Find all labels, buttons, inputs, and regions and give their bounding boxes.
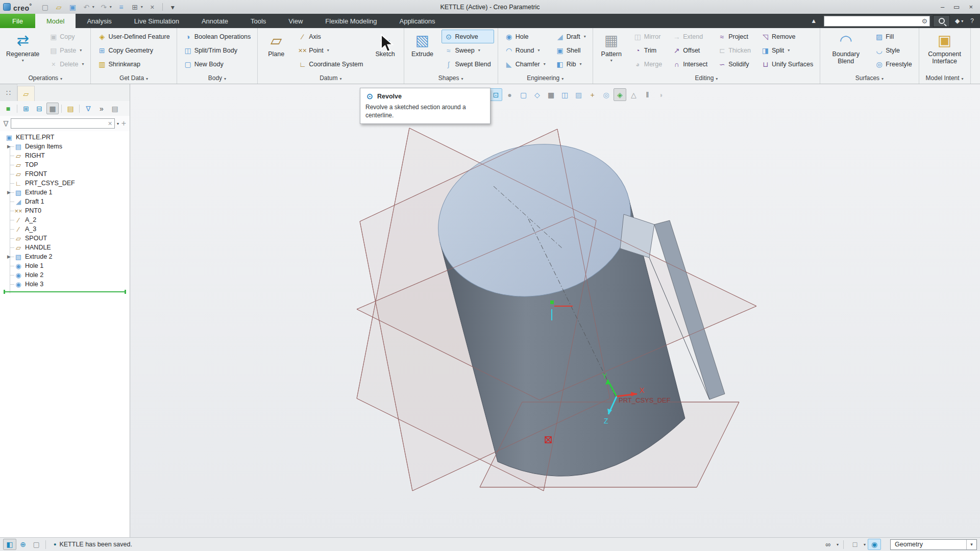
find-dropdown-icon[interactable]: ▾ — [837, 542, 839, 547]
shrinkwrap-button[interactable]: ▥Shrinkwrap — [94, 57, 173, 71]
expand-levels-button[interactable]: ⊞ — [20, 103, 32, 114]
model-player-button[interactable]: ≡ — [115, 3, 127, 12]
restore-button[interactable]: ▭ — [953, 3, 960, 11]
tab-analysis[interactable]: Analysis — [76, 14, 122, 28]
hole-button[interactable]: ◉Hole — [502, 30, 549, 43]
boundary-blend-button[interactable]: ◠Boundary Blend — [824, 30, 868, 67]
select-items-button[interactable]: ◉ — [868, 539, 881, 550]
pause-button[interactable]: ‖ — [641, 88, 654, 101]
add-filter-icon[interactable]: + — [121, 119, 127, 128]
user-defined-feature-button[interactable]: ◈User-Defined Feature — [94, 30, 173, 43]
offset-button[interactable]: ↗Offset — [669, 43, 710, 57]
window-button[interactable]: ⊞ — [129, 3, 144, 12]
tree-item-front[interactable]: ▱FRONT — [0, 169, 130, 179]
tree-item-extrude-2[interactable]: ▶▧Extrude 2 — [0, 252, 130, 261]
expand-arrow-icon[interactable]: ▶ — [6, 254, 12, 259]
project-button[interactable]: ≈Project — [715, 30, 754, 43]
close-window-button[interactable]: × — [146, 3, 158, 12]
tree-item-extrude-1[interactable]: ▶▧Extrude 1 — [0, 188, 130, 197]
folder-browser-tab[interactable]: ▱ — [17, 86, 35, 101]
extrude-button[interactable]: ▧Extrude — [408, 30, 437, 60]
remove-button[interactable]: ◹Remove — [758, 30, 816, 43]
more-tools-button[interactable]: » — [95, 103, 108, 114]
graphics-viewport[interactable]: Y X Z PRT_CSYS_DEF ⊡●▢◇▦◫▨+◎◈△‖◗ ⊙ — [130, 84, 980, 537]
group-label-engineering[interactable]: Engineering — [498, 73, 593, 84]
tree-item-draft-1[interactable]: ◢Draft 1 — [0, 197, 130, 206]
group-label-operations[interactable]: Operations — [0, 73, 90, 84]
collapse-ribbon-button[interactable]: ▲ — [806, 17, 821, 24]
clear-filter-icon[interactable]: × — [106, 120, 114, 127]
sweep-button[interactable]: ≈Sweep — [442, 43, 494, 57]
tab-applications[interactable]: Applications — [388, 14, 446, 28]
selection-filter-dropdown-icon[interactable]: ▾ — [966, 540, 976, 549]
collapse-levels-button[interactable]: ⊟ — [33, 103, 45, 114]
tree-item-right[interactable]: ▱RIGHT — [0, 151, 130, 160]
swept-blend-button[interactable]: ∫Swept Blend — [442, 57, 494, 71]
tree-item-hole-2[interactable]: ◉Hole 2 — [0, 270, 130, 280]
tree-item-handle[interactable]: ▱HANDLE — [0, 243, 130, 252]
tree-item-kettle-prt[interactable]: ▣KETTLE.PRT — [0, 133, 130, 142]
tab-model[interactable]: Model — [35, 14, 76, 28]
redo-button[interactable]: ↷ — [98, 3, 113, 12]
revolve-button[interactable]: ⊙Revolve — [442, 30, 494, 43]
tab-live-simulation[interactable]: Live Simulation — [123, 14, 190, 28]
command-search-input[interactable] — [824, 17, 919, 26]
filter-settings-button[interactable]: ∇ — [82, 103, 94, 114]
new-body-button[interactable]: ▢New Body — [181, 57, 254, 71]
group-label-surfaces[interactable]: Surfaces — [820, 73, 918, 84]
tree-item-a-2[interactable]: ∕A_2 — [0, 215, 130, 224]
web-browser-button[interactable]: ⊕ — [16, 539, 30, 550]
coordinate-system-button[interactable]: ∟Coordinate System — [295, 57, 366, 71]
split-trim-body-button[interactable]: ◫Split/Trim Body — [181, 43, 254, 57]
fill-button[interactable]: ▨Fill — [872, 30, 915, 43]
round-button[interactable]: ◠Round — [502, 43, 549, 57]
tab-file[interactable]: File — [0, 14, 35, 28]
tree-item-a-3[interactable]: ∕A_3 — [0, 224, 130, 234]
tree-item-pnt0[interactable]: ××PNT0 — [0, 206, 130, 215]
filter-dropdown-icon[interactable]: ▾ — [117, 121, 119, 126]
tree-item-hole-1[interactable]: ◉Hole 1 — [0, 261, 130, 270]
pattern-button[interactable]: ▦Pattern▾ — [597, 30, 626, 65]
tree-item-hole-3[interactable]: ◉Hole 3 — [0, 280, 130, 289]
learning-connector-button[interactable]: ◆▾ — [953, 17, 965, 24]
panel-toggle-button[interactable]: ◧ — [3, 539, 16, 550]
selection-box-button[interactable]: □ — [848, 539, 862, 550]
model-tree-tab[interactable]: ∷ — [0, 84, 17, 101]
freestyle-button[interactable]: ◎Freestyle — [872, 57, 915, 71]
axis-button[interactable]: ∕Axis — [295, 30, 366, 43]
selection-dropdown-icon[interactable]: ▾ — [864, 542, 866, 547]
annotation-display-button[interactable]: ◎ — [600, 88, 612, 101]
dropdown-arrow-icon[interactable]: ▾ — [610, 59, 612, 63]
section-button[interactable]: ◫ — [558, 88, 571, 101]
saved-orientations-button[interactable]: ▢ — [517, 88, 530, 101]
dropdown-arrow-icon[interactable]: ▾ — [22, 59, 24, 63]
new-window-button[interactable]: ▢ — [30, 539, 43, 550]
tab-view[interactable]: View — [277, 14, 314, 28]
group-label-datum[interactable]: Datum — [258, 73, 403, 84]
tree-settings-button[interactable]: ▤ — [109, 103, 121, 114]
tab-tools[interactable]: Tools — [239, 14, 277, 28]
expand-arrow-icon[interactable]: ▶ — [6, 190, 12, 195]
unify-surfaces-button[interactable]: ⊔Unify Surfaces — [758, 57, 816, 71]
spin-center-button[interactable]: ◈ — [614, 88, 626, 101]
find-button[interactable]: ∞ — [821, 539, 835, 550]
undo-button[interactable]: ↶ — [81, 3, 96, 12]
draft-button[interactable]: ◢Draft — [553, 30, 589, 43]
dragger-button[interactable]: △ — [627, 88, 640, 101]
tree-filter-input[interactable] — [11, 119, 106, 128]
tree-item-design-items[interactable]: ▶▤Design Items — [0, 142, 130, 151]
capture-button[interactable]: ▦ — [545, 88, 557, 101]
trim-button[interactable]: ◔Trim — [630, 43, 665, 57]
view-manager-button[interactable]: ◇ — [531, 88, 544, 101]
group-label-model-intent[interactable]: Model Intent — [919, 73, 970, 84]
save-button[interactable]: ▣ — [67, 3, 79, 12]
customize-toolbar-button[interactable]: ▾ — [167, 3, 179, 12]
tree-item-spout[interactable]: ▱SPOUT — [0, 234, 130, 243]
tree-item-prt-csys-def[interactable]: ∟PRT_CSYS_DEF — [0, 179, 130, 188]
tree-highlight-button[interactable]: ▤ — [64, 103, 77, 114]
point-button[interactable]: ××Point — [295, 43, 366, 57]
selection-filter-combobox[interactable]: Geometry ▾ — [890, 539, 977, 550]
group-label-get-data[interactable]: Get Data — [91, 73, 176, 84]
split-button[interactable]: ◨Split — [758, 43, 816, 57]
copy-geometry-button[interactable]: ⊞Copy Geometry — [94, 43, 173, 57]
